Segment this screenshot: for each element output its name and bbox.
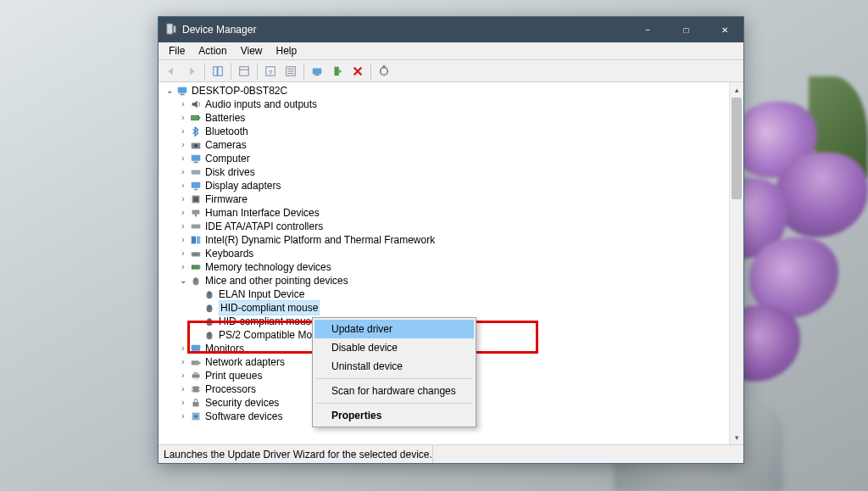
menu-view[interactable]: View <box>234 43 270 59</box>
tree-node-label: Display adapters <box>205 179 281 192</box>
tree-category-node[interactable]: ›Batteries <box>164 111 743 125</box>
statusbar-right-pane <box>432 445 602 463</box>
expand-arrow-icon[interactable]: › <box>177 410 189 423</box>
scan-hardware-button[interactable] <box>375 62 393 81</box>
svg-rect-22 <box>192 155 201 161</box>
tree-node-label: Print queues <box>205 369 262 382</box>
close-button[interactable]: ✕ <box>705 17 743 42</box>
context-menu-item[interactable]: Properties <box>314 406 474 425</box>
category-icon <box>189 233 203 247</box>
maximize-button[interactable]: □ <box>667 17 705 42</box>
svg-rect-13 <box>314 74 319 75</box>
scrollbar-thumb[interactable] <box>732 98 742 199</box>
expand-arrow-icon[interactable]: › <box>177 111 189 125</box>
tree-category-node[interactable]: ›Audio inputs and outputs <box>164 98 743 111</box>
help-button[interactable]: ? <box>261 62 280 81</box>
expand-arrow-icon[interactable]: › <box>177 220 189 233</box>
expand-arrow-icon[interactable]: › <box>177 206 189 220</box>
tree-node-label: HID-compliant mouse <box>219 300 320 315</box>
expand-arrow-icon[interactable]: ⌄ <box>164 84 175 98</box>
uninstall-button[interactable] <box>348 62 367 81</box>
enable-device-button[interactable] <box>328 62 347 81</box>
expand-arrow-icon[interactable]: › <box>177 260 189 274</box>
tree-node-label: Firmware <box>205 192 248 206</box>
svg-rect-14 <box>335 66 339 75</box>
tree-node-label: Cameras <box>205 138 247 152</box>
vertical-scrollbar[interactable]: ▴ ▾ <box>729 82 743 444</box>
svg-rect-64 <box>193 402 199 406</box>
tree-category-node[interactable]: ›Memory technology devices <box>164 260 743 274</box>
properties-button[interactable] <box>235 62 253 81</box>
titlebar[interactable]: Device Manager − □ ✕ <box>159 17 743 42</box>
tree-category-node[interactable]: ›Firmware <box>164 192 743 206</box>
menu-help[interactable]: Help <box>270 43 304 59</box>
toolbar-separator <box>370 63 371 80</box>
computer-icon <box>175 84 189 98</box>
tree-device-node[interactable]: ELAN Input Device <box>164 287 743 301</box>
category-icon <box>189 342 203 355</box>
tree-node-label: Intel(R) Dynamic Platform and Thermal Fr… <box>205 233 435 247</box>
svg-rect-54 <box>194 352 198 354</box>
tree-node-label: Disk drives <box>205 165 255 179</box>
svg-rect-53 <box>192 345 201 351</box>
app-icon <box>165 23 177 37</box>
category-icon <box>189 247 203 260</box>
tree-category-node[interactable]: ›Keyboards <box>164 247 743 260</box>
tree-category-node[interactable]: ›Intel(R) Dynamic Platform and Thermal F… <box>164 233 743 247</box>
svg-rect-2 <box>214 66 217 75</box>
expand-arrow-icon[interactable]: › <box>177 369 189 382</box>
tree-node-label: Keyboards <box>205 247 253 260</box>
tree-category-node[interactable]: ⌄Mice and other pointing devices <box>164 274 743 287</box>
expand-arrow-icon[interactable]: › <box>177 192 189 206</box>
tree-category-node[interactable]: ›IDE ATA/ATAPI controllers <box>164 220 743 233</box>
tree-category-node[interactable]: ›Computer <box>164 152 743 165</box>
menubar: File Action View Help <box>159 42 743 60</box>
expand-arrow-icon[interactable]: › <box>177 396 189 410</box>
expand-arrow-icon[interactable]: ⌄ <box>177 274 189 287</box>
tree-node-label: IDE ATA/ATAPI controllers <box>205 220 323 233</box>
expand-arrow-icon[interactable]: › <box>177 247 189 260</box>
context-menu-item[interactable]: Scan for hardware changes <box>314 382 474 400</box>
svg-rect-31 <box>195 215 197 217</box>
expand-arrow-icon[interactable]: › <box>177 179 189 192</box>
tree-root-node[interactable]: ⌄DESKTOP-0BST82C <box>164 84 743 98</box>
toolbar-separator <box>257 63 258 80</box>
expand-arrow-icon[interactable]: › <box>177 342 189 355</box>
tree-category-node[interactable]: ›Human Interface Devices <box>164 206 743 220</box>
context-menu-item[interactable]: Update driver <box>314 320 474 338</box>
tree-node-label: Batteries <box>205 111 245 125</box>
svg-rect-57 <box>193 372 198 375</box>
menu-file[interactable]: File <box>162 43 192 59</box>
tree-node-label: Software devices <box>205 410 282 423</box>
category-icon <box>189 98 203 111</box>
tree-category-node[interactable]: ›Cameras <box>164 138 743 152</box>
expand-arrow-icon[interactable]: › <box>177 233 189 247</box>
context-menu-item[interactable]: Uninstall device <box>314 357 474 376</box>
scroll-down-arrow[interactable]: ▾ <box>730 430 743 444</box>
tree-node-label: Audio inputs and outputs <box>205 98 317 111</box>
scroll-up-arrow[interactable]: ▴ <box>730 82 743 97</box>
tree-device-node[interactable]: HID-compliant mouse <box>164 301 743 315</box>
update-driver-button[interactable] <box>308 62 326 81</box>
mouse-icon <box>203 287 216 301</box>
expand-arrow-icon[interactable]: › <box>177 98 189 111</box>
expand-arrow-icon[interactable]: › <box>177 382 189 396</box>
context-menu-item[interactable]: Disable device <box>314 338 474 357</box>
minimize-button[interactable]: − <box>629 17 667 42</box>
tree-node-label: HID-compliant mouse <box>219 315 316 328</box>
show-hide-tree-button[interactable] <box>209 62 227 81</box>
expand-arrow-icon[interactable]: › <box>177 125 189 138</box>
svg-rect-16 <box>178 87 187 93</box>
tree-category-node[interactable]: ›Bluetooth <box>164 125 743 138</box>
tree-category-node[interactable]: ›Display adapters <box>164 179 743 192</box>
action-button[interactable] <box>281 62 300 81</box>
menu-action[interactable]: Action <box>192 43 233 59</box>
back-button <box>162 62 181 81</box>
expand-arrow-icon[interactable]: › <box>177 138 189 152</box>
category-icon <box>189 206 203 220</box>
expand-arrow-icon[interactable]: › <box>177 152 189 165</box>
svg-rect-59 <box>193 387 199 393</box>
tree-category-node[interactable]: ›Disk drives <box>164 165 743 179</box>
expand-arrow-icon[interactable]: › <box>177 165 189 179</box>
expand-arrow-icon[interactable]: › <box>177 355 189 369</box>
